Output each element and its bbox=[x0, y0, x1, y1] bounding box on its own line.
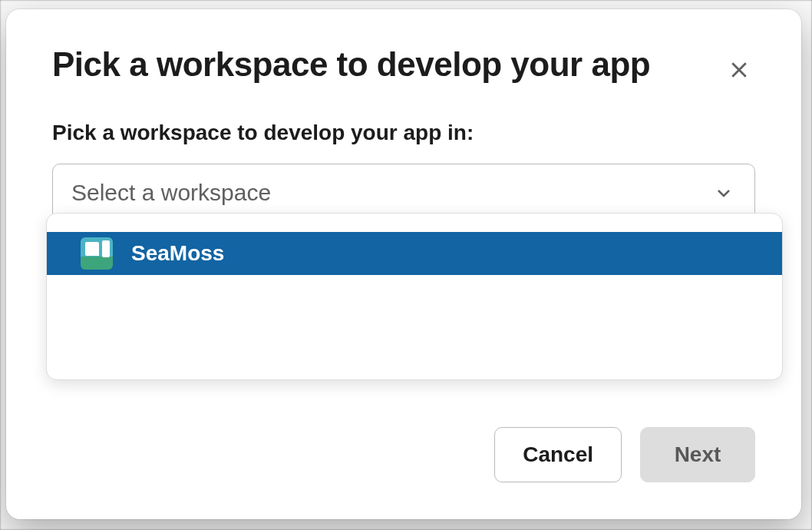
workspace-select-wrapper: Select a workspace SeaMoss bbox=[52, 164, 755, 222]
workspace-option-seamoss[interactable]: SeaMoss bbox=[47, 232, 782, 275]
workspace-field-label: Pick a workspace to develop your app in: bbox=[52, 121, 755, 145]
workspace-picker-modal: Pick a workspace to develop your app Pic… bbox=[6, 9, 801, 519]
chevron-down-icon bbox=[715, 184, 733, 202]
workspace-select-placeholder: Select a workspace bbox=[71, 180, 271, 206]
workspace-option-label: SeaMoss bbox=[131, 241, 224, 266]
modal-header: Pick a workspace to develop your app bbox=[6, 9, 801, 88]
workspace-icon bbox=[81, 237, 113, 270]
modal-footer: Cancel Next bbox=[6, 427, 801, 519]
next-button[interactable]: Next bbox=[640, 427, 755, 482]
close-button[interactable] bbox=[723, 54, 755, 88]
cancel-button[interactable]: Cancel bbox=[494, 427, 622, 482]
modal-title: Pick a workspace to develop your app bbox=[52, 46, 650, 83]
modal-body: Pick a workspace to develop your app in:… bbox=[6, 88, 801, 427]
workspace-dropdown-panel: SeaMoss bbox=[46, 213, 783, 380]
close-icon bbox=[728, 58, 751, 81]
